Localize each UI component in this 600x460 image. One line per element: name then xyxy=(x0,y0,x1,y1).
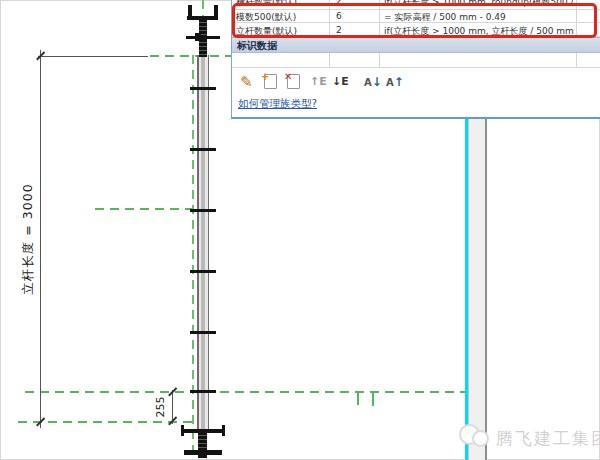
wall-column[interactable] xyxy=(468,119,487,460)
reference-plane-middle[interactable] xyxy=(95,208,193,210)
top-adjusting-nut xyxy=(195,33,201,41)
plus-badge: + xyxy=(261,69,269,85)
reference-plane-top[interactable] xyxy=(150,55,231,57)
standpipe-tube[interactable] xyxy=(197,55,209,432)
sort-letter: A xyxy=(386,77,394,88)
connection-disk xyxy=(190,209,216,212)
connection-disk xyxy=(190,87,216,90)
page-glyph: + xyxy=(264,74,277,89)
move-parameter-down-icon[interactable]: ↓E xyxy=(332,74,349,90)
section-header-identity-data[interactable]: 标识数据 xyxy=(232,37,600,53)
base-wing-nut xyxy=(181,429,225,433)
edit-parameter-icon[interactable]: ✎ xyxy=(240,74,253,90)
revit-family-editor-view: 立杆长度 = 3000 255 腾飞建工集团 xyxy=(0,0,600,460)
u-head-base xyxy=(187,16,218,20)
dimension-label-pole-length[interactable]: 立杆长度 = 3000 xyxy=(20,153,34,325)
vertical-reference-plane[interactable] xyxy=(192,55,194,458)
watermark-text: 腾飞建工集团 xyxy=(496,427,600,450)
sort-letter: A xyxy=(364,77,372,88)
move-parameter-up-icon[interactable]: ↑E xyxy=(310,74,327,90)
page-glyph: ✕ xyxy=(287,74,300,89)
reference-plane-lower[interactable] xyxy=(25,391,465,393)
level-tick-left xyxy=(357,392,359,405)
dimension-line-main[interactable] xyxy=(40,50,41,428)
connection-disk xyxy=(190,148,216,151)
dimension-extension-line xyxy=(38,56,148,57)
delete-parameter-icon[interactable]: ✕ xyxy=(287,74,300,90)
sort-ascending-icon[interactable]: A↓ xyxy=(364,74,382,90)
sort-descending-icon[interactable]: A↑ xyxy=(386,74,404,90)
highlight-red-box xyxy=(232,3,597,38)
x-badge: ✕ xyxy=(284,69,292,85)
base-screw-jack[interactable] xyxy=(198,432,207,452)
level-tick-right xyxy=(372,392,374,406)
down-arrow-icon: ↓ xyxy=(372,75,382,89)
dimension-label-offset[interactable]: 255 xyxy=(154,391,166,423)
row-gridline xyxy=(232,67,600,68)
connection-disk xyxy=(190,270,216,273)
connection-disk xyxy=(190,331,216,334)
watermark-logo-circle-small xyxy=(472,430,489,447)
base-plate-stub xyxy=(198,454,207,458)
wing-nut-handle-left xyxy=(181,425,184,436)
new-parameter-icon[interactable]: + xyxy=(264,74,277,90)
up-arrow-icon: ↑ xyxy=(394,75,404,89)
wing-nut-handle-right xyxy=(222,425,225,436)
connection-disk xyxy=(190,390,216,393)
top-adjusting-nut-handle xyxy=(186,36,220,39)
manage-family-types-link[interactable]: 如何管理族类型? xyxy=(238,97,317,111)
